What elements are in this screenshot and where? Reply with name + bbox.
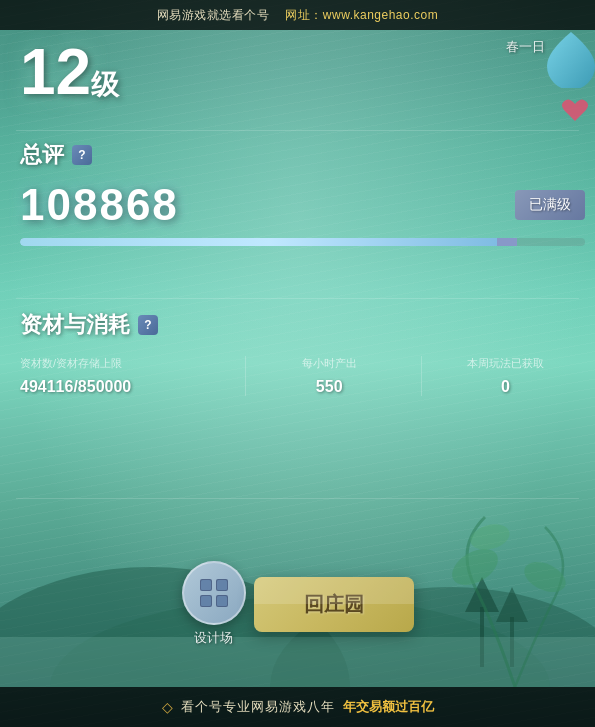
max-level-badge: 已满级 (515, 190, 585, 220)
heart-icon (561, 98, 589, 128)
date-text: 春一日 (506, 38, 545, 56)
banner-left-text: 网易游戏就选看个号 (157, 7, 270, 24)
progress-bar (20, 238, 585, 246)
design-field-button[interactable]: 设计场 (182, 561, 246, 647)
top-ad-banner: 网易游戏就选看个号 网址：www.kangehao.com (0, 0, 595, 30)
resource-col-3-value: 0 (434, 378, 577, 396)
resource-col-3-header: 本周玩法已获取 (434, 356, 577, 370)
score-label: 总评 (20, 140, 64, 170)
level-area: 12级 (20, 40, 119, 104)
score-value: 108868 (20, 180, 179, 230)
level-number: 12 (20, 40, 91, 104)
svg-rect-16 (217, 580, 227, 590)
score-value-row: 108868 已满级 (20, 180, 585, 230)
water-drop-icon (547, 32, 595, 88)
score-label-row: 总评 ? (20, 140, 585, 170)
return-to-garden-button[interactable]: 回庄园 (254, 577, 414, 632)
resource-col-1-value: 494116/850000 (20, 378, 225, 396)
resource-col-3: 本周玩法已获取 0 (434, 356, 585, 396)
resource-divider-1 (245, 356, 246, 396)
resources-section: 资材与消耗 ? 资材数/资材存储上限 494116/850000 每小时产出 5… (20, 310, 585, 396)
svg-point-10 (468, 520, 513, 554)
resource-col-1-header: 资材数/资材存储上限 (20, 356, 225, 370)
design-field-icon (182, 561, 246, 625)
resource-col-2-value: 550 (258, 378, 401, 396)
divider-3 (16, 498, 579, 499)
resources-question-badge[interactable]: ? (138, 315, 158, 335)
design-field-label: 设计场 (194, 629, 233, 647)
banner-url-label: 网址：www.kangehao.com (285, 7, 438, 24)
resource-col-2-header: 每小时产出 (258, 356, 401, 370)
level-suffix: 级 (91, 69, 119, 100)
bottom-banner-highlight: 年交易额过百亿 (343, 698, 434, 716)
score-question-badge[interactable]: ? (72, 145, 92, 165)
progress-bar-end (497, 238, 517, 246)
resources-columns: 资材数/资材存储上限 494116/850000 每小时产出 550 本周玩法已… (20, 356, 585, 396)
resource-divider-2 (421, 356, 422, 396)
bottom-action-area: 设计场 回庄园 (0, 561, 595, 647)
bottom-ad-banner: ◇ 看个号专业网易游戏八年 年交易额过百亿 (0, 687, 595, 727)
svg-rect-18 (217, 596, 227, 606)
resource-col-1: 资材数/资材存储上限 494116/850000 (20, 356, 233, 396)
divider-1 (16, 130, 579, 131)
progress-bar-fill (20, 238, 517, 246)
resource-col-2: 每小时产出 550 (258, 356, 409, 396)
resources-label-row: 资材与消耗 ? (20, 310, 585, 340)
svg-rect-15 (201, 580, 211, 590)
resources-label: 资材与消耗 (20, 310, 130, 340)
score-section: 总评 ? 108868 已满级 (20, 140, 585, 246)
date-area: 春一日 (506, 38, 545, 56)
svg-rect-17 (201, 596, 211, 606)
divider-2 (16, 298, 579, 299)
bottom-banner-text: 看个号专业网易游戏八年 (181, 698, 335, 716)
banner-diamond: ◇ (162, 699, 173, 715)
